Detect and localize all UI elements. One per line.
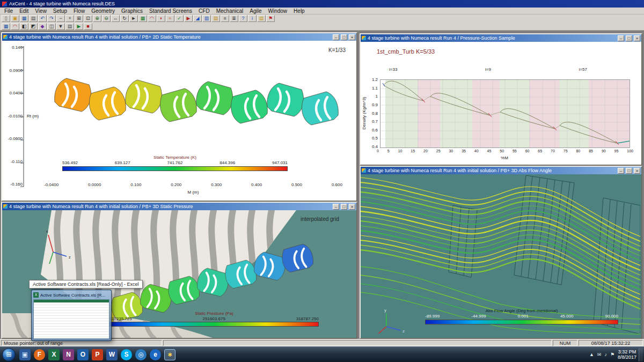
meridional-view-icon[interactable]: ◩ — [29, 23, 38, 30]
taskbar-onenote-icon[interactable]: N — [63, 349, 74, 360]
mesh-icon[interactable]: ▦ — [2, 23, 10, 30]
info-icon[interactable]: i — [248, 15, 257, 22]
select-icon[interactable]: ► — [129, 15, 138, 22]
menu-item[interactable]: View — [32, 8, 50, 14]
maximize-button[interactable]: □ — [626, 168, 632, 174]
menu-item[interactable]: Standard Screens — [146, 8, 195, 14]
zoom-out-icon[interactable]: − — [56, 15, 65, 22]
convergence-icon[interactable]: ◠ — [11, 23, 19, 30]
help-icon[interactable]: ? — [239, 15, 247, 22]
toolbar-glyph: ◠ — [13, 24, 17, 29]
axis-tick: -0.0600 — [8, 136, 23, 141]
menu-item[interactable]: Setup — [50, 8, 70, 14]
taskbar-skype-icon[interactable]: S — [121, 349, 132, 360]
taskbar-excel-icon[interactable]: X — [48, 349, 60, 360]
excel-preview-thumbnail[interactable]: X Active Software Contracts.xls [R... — [31, 290, 112, 341]
report-icon[interactable]: ▤ — [211, 15, 220, 22]
taskbar-ie-icon[interactable]: e — [150, 349, 161, 360]
taskbar-axcent-icon[interactable]: ∗ — [164, 349, 175, 360]
taskbar-network-icon[interactable]: ◎ — [135, 349, 147, 360]
taskbar-app-glyph: F — [38, 351, 41, 358]
menu-item[interactable]: Mechanical — [213, 8, 247, 14]
rotate-view-icon[interactable]: ↻ — [120, 15, 129, 22]
zoom-window-icon[interactable]: ⊞ — [75, 15, 83, 22]
menu-item[interactable]: Agile — [246, 8, 265, 14]
minimize-button[interactable]: – — [333, 34, 339, 40]
open-file-icon[interactable]: ▣ — [11, 15, 19, 22]
menu-item[interactable]: Geometry — [88, 8, 118, 14]
taskbar-outlook-icon[interactable]: O — [77, 349, 89, 360]
table-icon[interactable]: ▥ — [202, 15, 211, 22]
tray-flag-icon[interactable]: ⚑ — [610, 352, 614, 357]
temperature-2d-view[interactable]: K=1/33 0.1400.09000.0400-0.0100-0.0600-0… — [2, 41, 356, 201]
grid-icon[interactable]: ▦ — [138, 15, 147, 22]
close-button[interactable]: × — [349, 34, 355, 40]
properties-icon[interactable]: ≣ — [230, 15, 238, 22]
minimize-button[interactable]: – — [618, 35, 624, 41]
export-icon[interactable]: ▼ — [56, 23, 65, 30]
menu-item[interactable]: Graphics — [118, 8, 146, 14]
tray-expand-icon[interactable]: ▲ — [589, 352, 594, 357]
taskbar-word-icon[interactable]: W — [106, 349, 118, 360]
undo-icon[interactable]: ↶ — [38, 15, 47, 22]
flow-angle-3d-view[interactable]: y z Abs Flow Angle (Deg from meridional)… — [361, 174, 641, 338]
zoom-fit-icon[interactable]: ⊡ — [84, 15, 92, 22]
pressure-suction-view[interactable]: 1st_cmb_Turb K=5/33 i=33 i=9 i=57 De — [361, 42, 641, 165]
blade-to-blade-icon[interactable]: ◧ — [20, 23, 28, 30]
tray-volume-icon[interactable]: ♪ — [604, 352, 607, 357]
menu-item[interactable]: Window — [265, 8, 291, 14]
section-icon[interactable]: ◫ — [47, 23, 56, 30]
temperature-2d-plot[interactable] — [2, 41, 356, 201]
new-file-icon[interactable]: ▯ — [2, 15, 10, 22]
save-icon[interactable]: ▦ — [20, 15, 28, 22]
minimize-button[interactable]: – — [618, 168, 624, 174]
child-titlebar[interactable]: 4 stage turbine with Numeca result Run 4… — [361, 34, 641, 42]
menu-item[interactable]: CFD — [195, 8, 213, 14]
minimize-button[interactable]: – — [333, 204, 339, 210]
start-button[interactable]: ⊞ — [2, 348, 16, 361]
geometry-arc-icon[interactable]: ◠ — [148, 15, 156, 22]
close-button[interactable]: × — [634, 35, 640, 41]
taskbar-firefox-icon[interactable]: F — [34, 349, 45, 360]
magnify-plus-icon[interactable]: ⊕ — [93, 15, 101, 22]
taskbar-powerpoint-icon[interactable]: P — [92, 349, 103, 360]
layers-icon[interactable]: ≡ — [221, 15, 229, 22]
close-button[interactable]: × — [634, 168, 640, 174]
show-desktop-button[interactable] — [639, 348, 643, 361]
magnify-minus-icon[interactable]: ⊖ — [102, 15, 111, 22]
print-preview-icon[interactable]: ▤ — [65, 23, 74, 30]
chart-icon[interactable]: ◢ — [193, 15, 202, 22]
density-plot[interactable] — [380, 79, 630, 148]
axcent-window-icon — [362, 36, 366, 40]
flag-icon[interactable]: ⚑ — [266, 15, 275, 22]
maximize-button[interactable]: □ — [341, 34, 347, 40]
menu-item[interactable]: Flow — [70, 8, 88, 14]
redo-icon[interactable]: ↷ — [47, 15, 56, 22]
chart-legend: i=33 i=9 i=57 — [378, 65, 587, 72]
taskbar-clock[interactable]: 3:32 PM 8/8/2017 — [618, 349, 636, 360]
child-titlebar[interactable]: 4 stage turbine with Numeca result Run 4… — [2, 203, 356, 210]
close-button[interactable]: × — [349, 204, 355, 210]
stop-icon[interactable]: ■ — [84, 23, 92, 30]
menu-item[interactable]: Edit — [16, 8, 32, 14]
child-titlebar[interactable]: 4 stage turbine with Numeca result Run 4… — [361, 167, 641, 174]
taskbar-app-icon[interactable]: ▣ — [19, 349, 31, 360]
child-titlebar[interactable]: 4 stage turbine with Numeca result Run 4… — [2, 33, 356, 41]
main-titlebar[interactable]: AxCent - 4 stage turbine with Numeca res… — [0, 0, 644, 8]
check-icon[interactable]: ✓ — [175, 15, 184, 22]
run-cfd-icon[interactable]: ▶ — [184, 15, 193, 22]
menu-item[interactable]: Help — [290, 8, 308, 14]
flow-path-icon[interactable]: ≈ — [166, 15, 174, 22]
maximize-button[interactable]: □ — [626, 35, 632, 41]
menu-item[interactable]: File — [1, 8, 16, 14]
maximize-button[interactable]: □ — [341, 204, 347, 210]
books-icon[interactable]: ▤ — [257, 15, 266, 22]
view-3d-icon[interactable]: ◆ — [38, 23, 47, 30]
tray-mail-icon[interactable]: ✉ — [597, 352, 602, 357]
print-icon[interactable]: ▤ — [29, 15, 38, 22]
axis-tick: 25 — [436, 149, 441, 153]
zoom-in-icon[interactable]: + — [65, 15, 74, 22]
play-icon[interactable]: ▶ — [75, 23, 83, 30]
pan-icon[interactable]: ↔ — [111, 15, 120, 22]
blade-icon[interactable]: ◗ — [157, 15, 165, 22]
